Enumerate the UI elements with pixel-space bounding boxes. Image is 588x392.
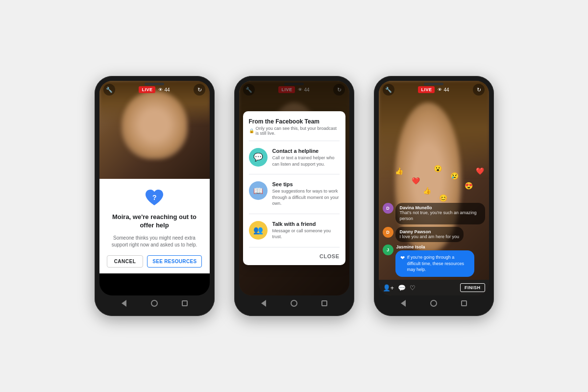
back-button-2[interactable] [259,299,268,308]
home-button-2[interactable] [290,299,298,308]
comment-icon[interactable]: 💬 [398,284,406,292]
phone-2-video: 🔧 LIVE 👁 44 ↻ From the Facebook Team [239,81,349,295]
comment-1-text: That's not true, you're such an amazing … [400,210,481,221]
panel-title: Moira, we're reaching out to offer help [106,213,203,230]
wand-icon[interactable]: 🔧 [103,84,115,96]
sync-icon[interactable]: ↻ [194,84,205,96]
divider-3 [249,214,340,214]
sync-icon-3[interactable]: ↻ [473,84,485,96]
phone-2: 🔧 LIVE 👁 44 ↻ From the Facebook Team [234,76,354,316]
heart-question-icon: ? [144,187,165,208]
modal-overlay: From the Facebook Team 🔒 Only you can se… [239,81,349,295]
comment-2-wrapper: D Danny Pawson I love you and am here fo… [383,227,485,243]
viewer-count-3: 44 [443,87,449,93]
helpline-text: Contact a helpline Call or text a traine… [272,148,340,167]
panel-buttons: CANCEL SEE RESOURCES [107,255,202,268]
comment-1-wrapper: D Davina Munello That's not true, you're… [383,203,485,224]
commenter-3-name: Jasmine Isola [396,245,475,249]
modal-subtitle: 🔒 Only you can see this, but your broadc… [249,126,340,136]
recents-button-3[interactable] [460,299,468,308]
avatar-jasmine: J [383,245,393,255]
panel-subtitle: Someone thinks you might need extra supp… [106,235,203,248]
friend-desc: Message or call someone you trust. [272,228,340,240]
recents-button[interactable] [180,299,189,308]
avatar-danny: D [383,227,393,238]
phone-3-nav [379,295,489,311]
heart-msg-icon: ❤ [400,255,405,261]
comment-1: Davina Munello That's not true, you're s… [395,203,485,224]
wand-icon-3[interactable]: 🔧 [383,84,394,96]
chat-area: D Davina Munello That's not true, you're… [379,200,489,280]
eye-icon-3: 👁 [438,87,442,92]
message-text: If you're going through a difficult time… [407,254,469,273]
phone-1-video: 🔧 LIVE 👁 44 ↻ [99,81,210,179]
comment-3-wrapper: J Jasmine Isola ❤ If you're going throug… [383,245,485,277]
phone-3-screen: 🔧 LIVE 👁 44 ↻ 👍 ❤️ 😮 😢 [379,81,489,295]
phone-1-speaker [145,83,164,85]
phone-3-speaker [424,83,443,85]
avatar-davina: D [383,203,393,214]
divider-2 [249,174,340,174]
phone-1: 🔧 LIVE 👁 44 ↻ ? [95,76,215,316]
tips-title: See tips [272,181,340,187]
phone-1-panel: ? Moira, we're reaching out to offer hel… [99,179,210,273]
modal-card: From the Facebook Team 🔒 Only you can se… [243,111,345,265]
friend-text: Talk with a friend Message or call someo… [272,221,340,240]
helpline-desc: Call or text a trained helper who can li… [272,155,340,167]
add-friend-icon[interactable]: 👤+ [383,284,394,292]
back-button-3[interactable] [399,299,408,308]
friend-title: Talk with a friend [272,221,340,227]
home-button[interactable] [150,299,159,308]
cancel-button[interactable]: CANCEL [107,255,144,268]
message-blue: ❤ If you're going through a difficult ti… [395,250,474,277]
helpline-icon: 💬 [249,148,268,167]
modal-item-helpline[interactable]: 💬 Contact a helpline Call or text a trai… [249,145,340,170]
close-button[interactable]: CLOSE [319,253,339,259]
commenter-2-name: Danny Pawson [400,229,460,234]
live-center-3: LIVE 👁 44 [418,86,449,93]
tips-icon: 📖 [249,181,268,200]
home-button-3[interactable] [429,299,438,308]
phone-2-nav [239,295,349,311]
live-viewers-3: 👁 44 [438,87,449,93]
divider-1 [249,141,340,141]
finish-button[interactable]: FINISH [460,283,485,292]
recents-button-2[interactable] [320,299,329,308]
commenter-1-name: Davina Munello [400,205,481,210]
modal-item-friend[interactable]: 👥 Talk with a friend Message or call som… [249,218,340,243]
action-bar: 👤+ 💬 ♡ FINISH [379,280,489,295]
lock-icon: 🔒 [249,128,254,133]
phone-1-nav [99,295,210,311]
modal-title: From the Facebook Team [249,118,340,125]
close-row: CLOSE [249,251,340,260]
live-viewers: 👁 44 [158,87,170,93]
tips-text: See tips See suggestions for ways to wor… [272,181,340,207]
live-badge: LIVE [139,86,155,93]
commenter-3-name-label: Jasmine Isola [395,245,476,249]
modal-item-tips[interactable]: 📖 See tips See suggestions for ways to w… [249,178,340,210]
heart-action-icon[interactable]: ♡ [410,284,416,292]
phone-3-video: 🔧 LIVE 👁 44 ↻ 👍 ❤️ 😮 😢 [379,81,489,295]
svg-text:?: ? [152,194,157,201]
live-center: LIVE 👁 44 [139,86,170,93]
friend-icon: 👥 [249,221,268,240]
tips-desc: See suggestions for ways to work through… [272,188,340,207]
face-overlay [122,91,188,159]
live-badge-3: LIVE [418,86,435,93]
viewer-count: 44 [164,87,170,93]
phone-2-screen: 🔧 LIVE 👁 44 ↻ From the Facebook Team [239,81,349,295]
divider-4 [249,247,340,247]
phone-1-screen: 🔧 LIVE 👁 44 ↻ ? [99,81,210,295]
phones-container: 🔧 LIVE 👁 44 ↻ ? [85,56,504,336]
back-button[interactable] [120,299,128,308]
comment-2: Danny Pawson I love you and am here for … [395,227,464,243]
helpline-title: Contact a helpline [272,148,340,154]
eye-icon: 👁 [158,87,163,92]
see-resources-button[interactable]: SEE RESOURCES [147,255,202,268]
phone-3: 🔧 LIVE 👁 44 ↻ 👍 ❤️ 😮 😢 [374,76,494,316]
comment-2-text: I love you and am here for you [400,234,460,240]
